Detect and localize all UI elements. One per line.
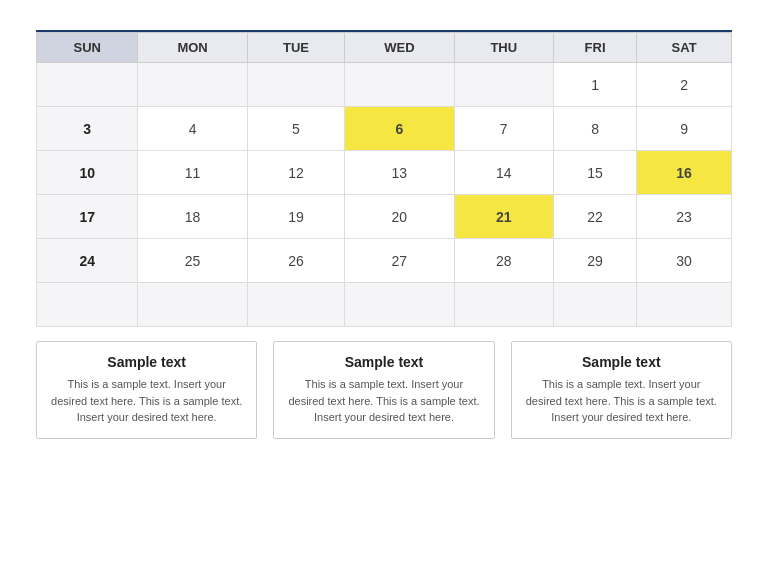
calendar-cell[interactable]: 21	[454, 195, 553, 239]
calendar-cell[interactable]: 15	[553, 151, 636, 195]
info-box: Sample textThis is a sample text. Insert…	[36, 341, 257, 439]
calendar-cell[interactable]: 25	[138, 239, 247, 283]
col-thu: THU	[454, 33, 553, 63]
calendar-cell[interactable]: 2	[637, 63, 732, 107]
calendar-row: 10111213141516	[37, 151, 732, 195]
page-container: SUN MON TUE WED THU FRI SAT 123456789101…	[0, 0, 768, 459]
calendar-cell[interactable]: 17	[37, 195, 138, 239]
calendar-cell[interactable]: 16	[637, 151, 732, 195]
info-section: Sample textThis is a sample text. Insert…	[36, 341, 732, 439]
calendar-cell[interactable]: 19	[247, 195, 344, 239]
calendar-cell[interactable]: 29	[553, 239, 636, 283]
calendar-cell[interactable]: 13	[345, 151, 454, 195]
calendar-cell[interactable]: 24	[37, 239, 138, 283]
calendar-cell[interactable]	[37, 63, 138, 107]
calendar-cell[interactable]	[345, 63, 454, 107]
calendar-cell[interactable]: 1	[553, 63, 636, 107]
calendar-cell[interactable]: 5	[247, 107, 344, 151]
calendar-cell[interactable]: 30	[637, 239, 732, 283]
col-tue: TUE	[247, 33, 344, 63]
info-box-title: Sample text	[51, 354, 242, 370]
col-fri: FRI	[553, 33, 636, 63]
calendar-cell[interactable]	[454, 63, 553, 107]
calendar-cell[interactable]: 22	[553, 195, 636, 239]
calendar-row	[37, 283, 732, 327]
info-box: Sample textThis is a sample text. Insert…	[511, 341, 732, 439]
info-box-text: This is a sample text. Insert your desir…	[526, 376, 717, 426]
col-wed: WED	[345, 33, 454, 63]
info-box-text: This is a sample text. Insert your desir…	[288, 376, 479, 426]
calendar-cell[interactable]: 26	[247, 239, 344, 283]
calendar-cell[interactable]: 3	[37, 107, 138, 151]
calendar-cell[interactable]	[553, 283, 636, 327]
calendar-cell[interactable]	[138, 63, 247, 107]
calendar-cell[interactable]: 6	[345, 107, 454, 151]
calendar-cell[interactable]: 8	[553, 107, 636, 151]
calendar-cell[interactable]: 9	[637, 107, 732, 151]
calendar-cell[interactable]	[138, 283, 247, 327]
calendar-cell[interactable]: 14	[454, 151, 553, 195]
col-sun: SUN	[37, 33, 138, 63]
calendar-cell[interactable]: 27	[345, 239, 454, 283]
calendar-row: 3456789	[37, 107, 732, 151]
info-box-title: Sample text	[288, 354, 479, 370]
info-box-title: Sample text	[526, 354, 717, 370]
calendar-table: SUN MON TUE WED THU FRI SAT 123456789101…	[36, 32, 732, 327]
calendar-cell[interactable]	[247, 283, 344, 327]
info-box-text: This is a sample text. Insert your desir…	[51, 376, 242, 426]
calendar-row: 24252627282930	[37, 239, 732, 283]
calendar-cell[interactable]	[37, 283, 138, 327]
col-sat: SAT	[637, 33, 732, 63]
calendar-header-row: SUN MON TUE WED THU FRI SAT	[37, 33, 732, 63]
calendar-cell[interactable]: 10	[37, 151, 138, 195]
calendar-row: 17181920212223	[37, 195, 732, 239]
calendar-cell[interactable]: 20	[345, 195, 454, 239]
calendar-cell[interactable]: 11	[138, 151, 247, 195]
calendar-cell[interactable]	[345, 283, 454, 327]
calendar-cell[interactable]	[637, 283, 732, 327]
info-box: Sample textThis is a sample text. Insert…	[273, 341, 494, 439]
calendar-cell[interactable]	[247, 63, 344, 107]
calendar-cell[interactable]: 18	[138, 195, 247, 239]
calendar-cell[interactable]	[454, 283, 553, 327]
calendar-row: 12	[37, 63, 732, 107]
calendar-cell[interactable]: 4	[138, 107, 247, 151]
calendar-cell[interactable]: 23	[637, 195, 732, 239]
calendar-cell[interactable]: 12	[247, 151, 344, 195]
col-mon: MON	[138, 33, 247, 63]
calendar-cell[interactable]: 28	[454, 239, 553, 283]
calendar-cell[interactable]: 7	[454, 107, 553, 151]
